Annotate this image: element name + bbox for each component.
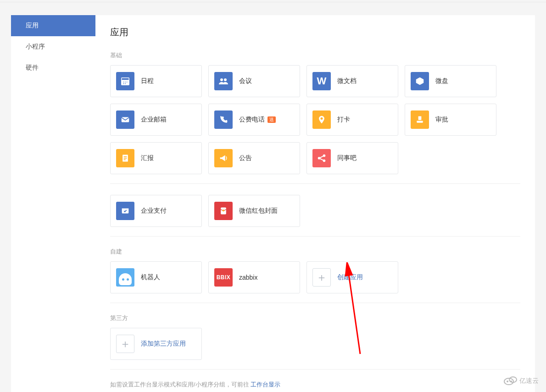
app-label: 机器人 [141,273,160,282]
app-phone[interactable]: 公费电话 送 [208,104,300,136]
sidebar-item-hardware[interactable]: 硬件 [11,57,95,78]
svg-rect-1 [122,78,129,80]
divider [110,236,520,237]
svg-point-3 [123,82,124,83]
app-colleague[interactable]: 同事吧 [306,142,398,174]
app-approval[interactable]: 审批 [405,104,496,136]
svg-point-5 [127,82,128,83]
mail-icon [116,110,134,129]
create-app-label: 创建应用 [337,273,363,282]
zabbix-icon: BBIX [214,268,233,287]
app-mail[interactable]: 企业邮箱 [110,104,202,136]
app-label: 微文档 [337,77,357,85]
svg-point-4 [125,82,126,83]
app-checkin[interactable]: 打卡 [306,104,398,136]
app-label: 同事吧 [337,154,357,162]
svg-point-26 [507,381,508,382]
app-report[interactable]: 汇报 [110,142,202,174]
svg-rect-17 [124,160,126,160]
app-label: 审批 [435,116,448,124]
wedrive-icon [411,72,429,90]
svg-rect-16 [124,158,127,159]
app-label: 公告 [239,154,252,162]
create-app-button[interactable]: ＋ 创建应用 [306,261,398,293]
divider [110,183,520,184]
svg-point-22 [223,210,224,211]
svg-point-6 [123,83,124,84]
wedoc-icon: W [312,72,331,90]
app-label: 日程 [141,77,154,85]
sidebar: 应用 小程序 硬件 [11,15,95,392]
section-label-third: 第三方 [110,314,520,322]
checkin-icon [312,110,331,129]
page-title: 应用 [110,26,520,39]
app-pay[interactable]: 企业支付 [110,195,202,227]
app-label: 公费电话 送 [239,116,276,124]
app-label: 汇报 [141,154,154,162]
divider [110,369,520,370]
pay-icon [116,202,134,220]
app-zabbix[interactable]: BBIX zabbix [208,261,300,293]
app-label: 打卡 [337,116,350,124]
watermark: 亿速云 [501,373,542,388]
divider [110,303,520,303]
app-announcement[interactable]: 公告 [208,142,300,174]
badge-send: 送 [267,116,276,123]
plus-icon: ＋ [312,268,331,287]
app-calendar[interactable]: 日程 [110,65,202,97]
app-wedoc[interactable]: W 微文档 [306,65,398,97]
calendar-icon [116,72,134,90]
app-label: 企业支付 [141,207,167,215]
svg-point-27 [510,381,512,382]
plus-icon: ＋ [116,335,134,353]
footer-note: 如需设置工作台显示模式和应用/小程序分组，可前往 工作台显示 [110,381,520,389]
basic-apps-grid: 日程 会议 W 微文档 微盘 [110,65,520,174]
phone-icon [214,110,233,129]
svg-point-7 [125,83,126,84]
app-label: 企业邮箱 [141,116,167,124]
section-label-basic: 基础 [110,51,520,60]
app-robot[interactable]: 机器人 [110,261,202,293]
svg-rect-12 [418,116,422,120]
app-wedrive[interactable]: 微盘 [405,65,496,97]
robot-icon [116,268,134,287]
svg-rect-15 [124,156,127,157]
report-icon [116,149,134,167]
app-label: 会议 [239,77,252,85]
workbench-display-link[interactable]: 工作台显示 [251,381,280,388]
redpacket-icon [214,202,233,220]
meeting-icon [214,72,233,90]
main-panel: 应用 基础 日程 会议 W 微文档 [95,15,535,392]
app-label: 微信红包封面 [239,207,278,215]
svg-point-8 [220,78,223,81]
approval-icon [411,110,429,129]
sidebar-item-apps[interactable]: 应用 [11,15,95,36]
app-label: zabbix [239,274,257,281]
svg-point-11 [321,117,323,120]
svg-rect-13 [417,121,423,123]
svg-point-9 [224,78,227,81]
share-icon [312,149,331,167]
basic-apps-grid-2: 企业支付 微信红包封面 [110,195,520,227]
third-apps-grid: ＋ 添加第三方应用 [110,328,520,360]
add-third-party-label: 添加第三方应用 [141,340,186,348]
svg-text:亿速云: 亿速云 [519,377,539,384]
megaphone-icon [214,149,233,167]
app-label: 微盘 [435,77,448,85]
app-meeting[interactable]: 会议 [208,65,300,97]
section-label-custom: 自建 [110,248,520,256]
add-third-party-button[interactable]: ＋ 添加第三方应用 [110,328,202,360]
sidebar-item-miniprogram[interactable]: 小程序 [11,36,95,57]
app-redpacket[interactable]: 微信红包封面 [208,195,300,227]
custom-apps-grid: 机器人 BBIX zabbix ＋ 创建应用 [110,261,520,293]
